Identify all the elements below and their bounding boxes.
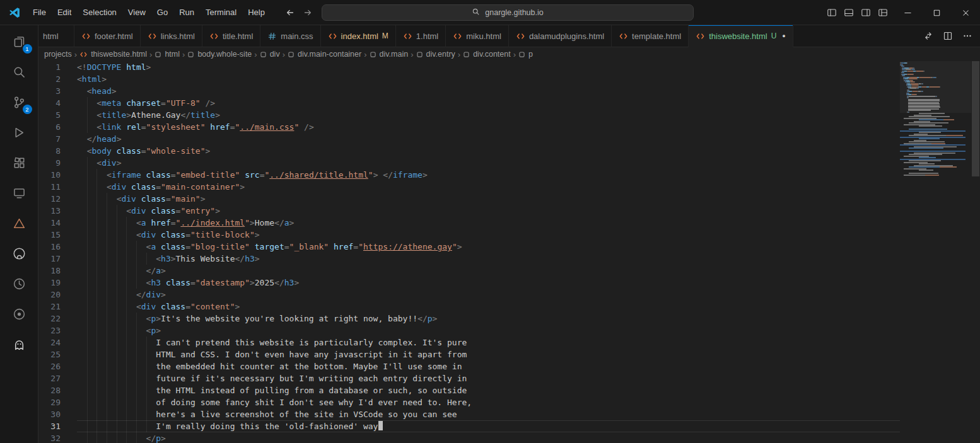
tab-miku-html[interactable]: miku.html	[446, 25, 509, 47]
code-line-15[interactable]: 15 <div class="title-block">	[38, 229, 900, 241]
code-line-3[interactable]: 3 <head>	[38, 85, 900, 97]
indent-guide	[87, 169, 88, 181]
token: =	[141, 122, 146, 132]
command-center[interactable]: gnargle.github.io	[322, 4, 694, 21]
code-line-17[interactable]: 17 <h3>This Website</h3>	[38, 253, 900, 265]
scrollbar-thumb[interactable]	[972, 61, 979, 176]
close-button[interactable]	[951, 0, 980, 25]
breadcrumb-item-thiswebsite-html[interactable]: thiswebsite.html	[79, 50, 147, 59]
toggle-secondary-sidebar-button[interactable]	[861, 8, 871, 18]
code-line-27[interactable]: 27 future if it's necessary but I'm writ…	[38, 372, 900, 384]
code-line-16[interactable]: 16 <a class="blog-title" target="_blank"…	[38, 241, 900, 253]
breadcrumb-item-div[interactable]: div	[260, 50, 280, 59]
code-area[interactable]: 1<!DOCTYPE html>2<html>3 <head>4 <meta c…	[38, 61, 900, 443]
activity-search[interactable]	[0, 57, 38, 87]
menu-go[interactable]: Go	[151, 8, 173, 17]
code-line-5[interactable]: 5 <title>Athene.Gay</title>	[38, 109, 900, 121]
activity-explorer[interactable]: 1	[0, 26, 38, 57]
code-line-25[interactable]: 25 HTML and CSS. I don't even have any j…	[38, 348, 900, 360]
more-actions-button[interactable]	[962, 31, 972, 41]
code-line-13[interactable]: 13 <div class="entry">	[38, 205, 900, 217]
activity-extensions[interactable]	[0, 147, 38, 178]
tab-footer-html[interactable]: footer.html	[74, 25, 141, 47]
customize-layout-button[interactable]	[878, 8, 888, 18]
tab-thiswebsite-html[interactable]: thiswebsite.htmlU●	[689, 25, 793, 47]
activity-source-control[interactable]: 2	[0, 87, 38, 117]
breadcrumb-item-div-entry[interactable]: div.entry	[416, 50, 455, 59]
token: </	[146, 266, 156, 275]
token: title	[102, 110, 126, 120]
token: >	[289, 218, 295, 227]
toggle-primary-sidebar-button[interactable]	[827, 8, 837, 18]
activity-copilot[interactable]	[0, 329, 38, 359]
activity-extension-triangle[interactable]	[0, 208, 38, 238]
code-line-29[interactable]: 29 of doing some fancy shit I don't see …	[38, 396, 900, 408]
code-line-23[interactable]: 23 <p>	[38, 325, 900, 337]
token: "datestamp"	[195, 278, 250, 287]
menu-file[interactable]: File	[27, 8, 52, 17]
code-line-24[interactable]: 24 I can't pretend this website is parti…	[38, 337, 900, 348]
breadcrumb-item-body-whole-site[interactable]: body.whole-site	[187, 50, 252, 59]
tab-html[interactable]: html	[38, 25, 74, 47]
breadcrumb-item-div-main[interactable]: div.main	[370, 50, 409, 59]
tab-dalamudplugins-html[interactable]: dalamudplugins.html	[509, 25, 612, 47]
menu-selection[interactable]: Selection	[77, 8, 122, 17]
code-line-14[interactable]: 14 <a href="../index.html">Home</a>	[38, 217, 900, 229]
code-line-21[interactable]: 21 <div class="content">	[38, 301, 900, 313]
activity-remote-explorer[interactable]	[0, 178, 38, 208]
token: =	[353, 242, 358, 251]
toggle-panel-button[interactable]	[844, 8, 854, 18]
code-line-1[interactable]: 1<!DOCTYPE html>	[38, 61, 900, 73]
menu-help[interactable]: Help	[242, 8, 271, 17]
tab-index-html[interactable]: index.htmlM	[321, 25, 396, 47]
indent-guide	[107, 313, 107, 325]
tab-1-html[interactable]: 1.html	[396, 25, 446, 47]
code-line-7[interactable]: 7 </head>	[38, 133, 900, 145]
code-line-26[interactable]: 26 the embedded hit counter at the botto…	[38, 360, 900, 372]
breadcrumb-item-projects[interactable]: projects	[44, 50, 72, 59]
breadcrumb-item-div-main-container[interactable]: div.main-container	[288, 50, 361, 59]
minimize-button[interactable]	[893, 0, 922, 25]
maximize-button[interactable]	[922, 0, 951, 25]
history-forward-button[interactable]	[303, 8, 313, 18]
code-line-11[interactable]: 11 <div class="main-container">	[38, 181, 900, 193]
code-line-6[interactable]: 6 <link rel="stylesheet" href="../main.c…	[38, 121, 900, 133]
vertical-scrollbar[interactable]	[971, 61, 980, 443]
tab-main-css[interactable]: main.css	[260, 25, 320, 47]
tab-template-html[interactable]: template.html	[612, 25, 689, 47]
menu-run[interactable]: Run	[173, 8, 200, 17]
code-line-8[interactable]: 8 <body class="whole-site">	[38, 145, 900, 157]
code-line-32[interactable]: 32 </p>	[38, 432, 900, 443]
breadcrumb-item-div-content[interactable]: div.content	[463, 50, 511, 59]
code-line-4[interactable]: 4 <meta charset="UTF-8" />	[38, 97, 900, 109]
indent-guide	[117, 313, 117, 325]
minimap[interactable]	[900, 61, 971, 443]
code-line-9[interactable]: 9 <div>	[38, 157, 900, 169]
activity-extension-target[interactable]	[0, 299, 38, 329]
code-line-30[interactable]: 30 here's a live screenshot of the site …	[38, 408, 900, 420]
breadcrumb-item-html[interactable]: html	[155, 50, 180, 59]
menu-edit[interactable]: Edit	[52, 8, 77, 17]
open-changes-button[interactable]	[923, 31, 933, 41]
code-line-22[interactable]: 22 <p>It's the website you're looking at…	[38, 313, 900, 325]
menu-terminal[interactable]: Terminal	[200, 8, 242, 17]
tab-title-html[interactable]: title.html	[202, 25, 260, 47]
code-line-2[interactable]: 2<html>	[38, 73, 900, 85]
breadcrumb-item-p[interactable]: p	[518, 50, 533, 59]
code-line-19[interactable]: 19 <h3 class="datestamp">2025</h3>	[38, 277, 900, 289]
activity-github[interactable]	[0, 238, 38, 268]
tab-links-html[interactable]: links.html	[141, 25, 202, 47]
history-back-button[interactable]	[285, 8, 295, 18]
code-line-28[interactable]: 28 the HTML instead of pulling from a da…	[38, 384, 900, 396]
token: html	[121, 62, 146, 72]
code-line-12[interactable]: 12 <div class="main">	[38, 193, 900, 205]
menu-view[interactable]: View	[122, 8, 151, 17]
code-line-10[interactable]: 10 <iframe class="embed-title" src="../s…	[38, 169, 900, 181]
activity-run-debug[interactable]	[0, 117, 38, 147]
code-line-31[interactable]: 31 I'm really doing this the 'old-fashio…	[38, 420, 900, 432]
breadcrumb-separator: ›	[411, 50, 413, 59]
split-editor-button[interactable]	[943, 31, 953, 41]
code-line-18[interactable]: 18 </a>	[38, 265, 900, 277]
code-line-20[interactable]: 20 </div>	[38, 289, 900, 301]
activity-timeline[interactable]	[0, 268, 38, 299]
